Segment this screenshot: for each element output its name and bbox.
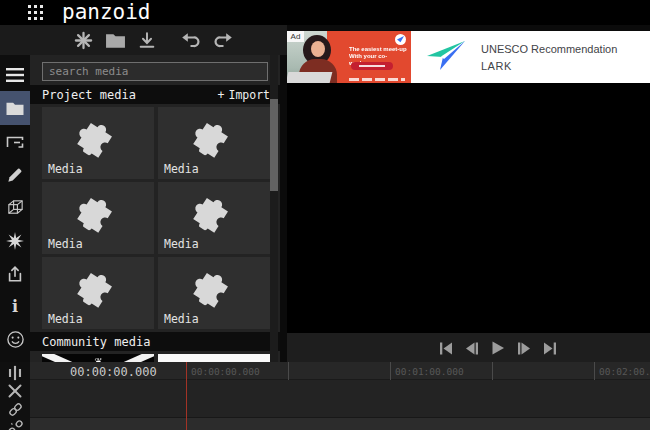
timeline-tracks-area[interactable] xyxy=(30,381,650,430)
puzzle-piece-icon xyxy=(184,255,245,316)
ad-sponsor-text: UNESCO Recommendation LARK xyxy=(481,43,617,72)
top-bar: panzoid xyxy=(0,0,650,25)
previous-frame-button[interactable] xyxy=(465,341,479,355)
playhead[interactable] xyxy=(186,362,187,430)
new-project-button[interactable] xyxy=(72,29,94,51)
ad-sponsor-area[interactable]: UNESCO Recommendation LARK xyxy=(411,31,650,83)
media-tile[interactable]: Media xyxy=(158,182,270,254)
sidebar-item-edit[interactable] xyxy=(0,158,30,191)
burst-star-icon xyxy=(5,231,25,251)
playback-bar xyxy=(287,332,650,362)
media-panel-scrollbar[interactable] xyxy=(270,55,278,362)
play-button[interactable] xyxy=(491,341,505,355)
pencil-icon xyxy=(6,166,24,184)
sidebar-item-feedback[interactable] xyxy=(0,323,30,356)
project-media-header: Project media + Import xyxy=(30,85,280,104)
timeline-ruler[interactable]: 00:00:00.000 xyxy=(30,362,650,380)
search-media-input[interactable] xyxy=(42,62,268,81)
preview-pane: Ad The easiest meet-up With your co-work… xyxy=(287,25,650,362)
timeline-tools xyxy=(0,362,30,430)
sidebar-item-effects[interactable] xyxy=(0,224,30,257)
media-panel: Project media + Import Media Media Media xyxy=(30,55,280,362)
video-preview-canvas[interactable] xyxy=(287,83,650,332)
import-label: Import xyxy=(228,88,270,102)
project-toolbar xyxy=(0,25,287,55)
ad-photo-image[interactable]: Ad The easiest meet-up With your co-work… xyxy=(287,31,411,83)
clips-icon xyxy=(5,133,25,151)
ad-brand: LARK xyxy=(481,60,617,72)
gothic-emblem: ❦ xyxy=(94,355,101,362)
delete-x-icon xyxy=(7,383,23,399)
media-tile-label: Media xyxy=(48,162,83,176)
ad-mini-plane-icon xyxy=(395,34,406,45)
tracks-mixer-button[interactable] xyxy=(5,365,25,381)
panzoid-app-window: panzoid xyxy=(0,0,650,430)
next-frame-button[interactable] xyxy=(517,341,531,355)
puzzle-piece-icon xyxy=(68,105,129,166)
community-thumbnail-gothic-logo[interactable]: ❦ CINMA xyxy=(42,354,154,362)
media-tile[interactable]: Media xyxy=(158,107,270,179)
menu-icon xyxy=(5,67,25,83)
smiley-icon xyxy=(6,330,25,349)
undo-button[interactable] xyxy=(180,29,202,51)
community-media-title: Community media xyxy=(42,335,150,349)
sidebar-item-info[interactable]: i xyxy=(0,290,30,323)
media-tile[interactable]: Media xyxy=(42,182,154,254)
media-tile-label: Media xyxy=(164,312,199,326)
import-button[interactable]: + Import xyxy=(218,88,270,102)
left-sidebar: i xyxy=(0,55,30,362)
ad-fine-print xyxy=(349,78,405,81)
ad-cta-button[interactable] xyxy=(351,62,393,70)
sidebar-item-export[interactable] xyxy=(0,257,30,290)
sidebar-item-media[interactable] xyxy=(0,91,30,125)
community-thumbnail-dark-orb[interactable] xyxy=(158,354,270,362)
media-tile[interactable]: Media xyxy=(158,257,270,329)
media-tile[interactable]: Media xyxy=(42,107,154,179)
puzzle-piece-icon xyxy=(184,180,245,241)
project-media-title: Project media xyxy=(42,88,136,102)
sidebar-item-menu[interactable] xyxy=(0,58,30,91)
tracks-mixer-icon xyxy=(6,365,24,381)
media-folder-icon xyxy=(5,100,25,117)
skip-to-end-button[interactable] xyxy=(543,341,557,355)
media-tile-label: Media xyxy=(164,237,199,251)
unlink-button[interactable] xyxy=(5,419,25,430)
info-icon: i xyxy=(6,297,24,316)
app-logo-title: panzoid xyxy=(62,0,151,25)
current-time-display: 00:00:00.000 xyxy=(70,365,157,379)
media-tile-label: Media xyxy=(164,162,199,176)
media-tile-label: Media xyxy=(48,237,83,251)
scrollbar-thumb[interactable] xyxy=(270,99,278,191)
apps-grid-icon[interactable] xyxy=(28,5,43,24)
media-tile-label: Media xyxy=(48,312,83,326)
puzzle-piece-icon xyxy=(68,180,129,241)
sidebar-item-clips[interactable] xyxy=(0,125,30,158)
delete-button[interactable] xyxy=(5,383,25,399)
unlink-icon xyxy=(7,419,24,430)
ad-title: UNESCO Recommendation xyxy=(481,43,617,55)
open-project-button[interactable] xyxy=(104,29,126,51)
lark-plane-logo-icon xyxy=(425,38,467,76)
svg-text:i: i xyxy=(12,297,18,316)
redo-button[interactable] xyxy=(212,29,234,51)
upload-icon xyxy=(6,265,24,283)
project-media-grid: Media Media Media Media Media Media xyxy=(42,107,270,329)
ad-badge[interactable]: Ad xyxy=(287,31,304,42)
ad-banner[interactable]: Ad The easiest meet-up With your co-work… xyxy=(287,31,650,83)
link-icon xyxy=(7,401,24,418)
timeline-track-row[interactable] xyxy=(30,417,650,430)
community-media-grid: ❦ CINMA xyxy=(42,354,270,362)
community-media-header: Community media xyxy=(30,332,280,351)
timeline-section: 00:00:00.000 00:00:00.00000:01:00.00000:… xyxy=(0,362,650,430)
media-tile[interactable]: Media xyxy=(42,257,154,329)
save-project-button[interactable] xyxy=(136,29,158,51)
skip-to-start-button[interactable] xyxy=(439,341,453,355)
puzzle-piece-icon xyxy=(68,255,129,316)
puzzle-piece-icon xyxy=(184,105,245,166)
transport-controls xyxy=(439,333,557,363)
sidebar-item-3d-objects[interactable] xyxy=(0,191,30,224)
plus-icon: + xyxy=(218,88,225,102)
left-region: i Project media + Import xyxy=(0,25,287,362)
cube-icon xyxy=(6,198,25,217)
link-button[interactable] xyxy=(5,401,25,417)
